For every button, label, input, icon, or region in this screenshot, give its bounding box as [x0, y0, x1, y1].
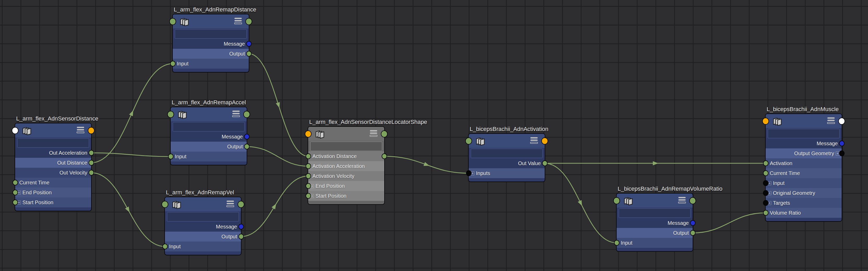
port-output-out[interactable] — [238, 234, 244, 239]
port-output-out[interactable] — [690, 230, 695, 236]
node-rename-field[interactable] — [768, 129, 840, 138]
node-display-menu-icon[interactable] — [678, 197, 686, 205]
port-node-state-left[interactable] — [161, 201, 168, 208]
layers-icon — [315, 129, 326, 139]
node-display-menu-icon[interactable] — [232, 111, 240, 118]
plug-label: Message — [224, 41, 245, 47]
port-activation-acceleration-in[interactable] — [306, 163, 311, 169]
port-activation-distance-in[interactable] — [306, 153, 311, 159]
port-activation-in[interactable] — [763, 160, 769, 166]
port-input-in[interactable] — [763, 180, 769, 186]
port-output-out[interactable] — [246, 51, 252, 57]
port-output-out[interactable] — [244, 144, 250, 150]
port-out-acceleration-out[interactable] — [89, 150, 94, 156]
plug-label: Activation Velocity — [312, 173, 354, 179]
port-node-state-right[interactable] — [88, 127, 95, 134]
node-display-menu-icon[interactable] — [827, 117, 835, 125]
plug-label: Out Distance — [57, 160, 87, 166]
port-message-out[interactable] — [690, 220, 695, 226]
port-out-distance-out[interactable] — [89, 160, 94, 166]
port-node-state-right[interactable] — [541, 137, 548, 144]
plug-label: Start Position — [22, 199, 53, 206]
plug-row-activation-velocity: Activation Velocity — [308, 171, 384, 181]
menu-bar — [232, 113, 240, 114]
port-node-state-right[interactable] — [689, 197, 696, 204]
node-display-menu-icon[interactable] — [235, 18, 242, 25]
plug-label: Message — [216, 224, 237, 230]
menu-bar — [76, 132, 84, 133]
plug-row-message: Message — [173, 39, 249, 49]
plug-row-input: +Input — [766, 178, 842, 188]
node-rename-field[interactable] — [619, 209, 691, 218]
port-message-out[interactable] — [238, 224, 244, 229]
port-node-state-right[interactable] — [838, 118, 845, 125]
node-header — [308, 127, 384, 141]
port-node-state-left[interactable] — [12, 127, 19, 134]
port-node-state-left[interactable] — [613, 197, 620, 204]
plug-row-input: Input — [173, 59, 249, 69]
port-current-time-in[interactable] — [12, 180, 18, 186]
port-targets-in[interactable] — [763, 200, 769, 206]
port-start-position-in[interactable] — [12, 199, 18, 205]
port-volume-ratio-in[interactable] — [763, 210, 769, 216]
port-message-out[interactable] — [246, 41, 252, 47]
node-rename-field[interactable] — [471, 149, 542, 158]
port-input-in[interactable] — [170, 61, 176, 66]
node-display-menu-icon[interactable] — [77, 127, 84, 134]
port-out-velocity-out[interactable] — [89, 170, 94, 175]
menu-bar — [678, 199, 686, 200]
port-node-state-left[interactable] — [465, 137, 472, 144]
port-node-state-right[interactable] — [243, 111, 250, 118]
plug-row-activation-acceleration: Activation Acceleration — [308, 161, 384, 171]
plug-row-output: Output — [165, 232, 241, 242]
plug-label: Inputs — [476, 170, 490, 176]
port-message-out[interactable] — [244, 134, 250, 139]
port-activation-distance-out[interactable] — [382, 153, 387, 159]
node-header — [617, 193, 693, 208]
node-title: L_bicepsBrachii_AdnRemapVolumeRatio — [618, 185, 722, 192]
port-output-geometry-out[interactable] — [839, 151, 844, 156]
node-display-menu-icon[interactable] — [370, 130, 377, 138]
port-input-in[interactable] — [168, 154, 174, 159]
node-editor-canvas[interactable]: L_arm_flex_AdnSensorDistanceOut Accelera… — [0, 0, 868, 271]
port-node-state-left[interactable] — [169, 18, 176, 25]
node-rename-field[interactable] — [17, 138, 89, 147]
node-rename-field[interactable] — [175, 29, 247, 38]
port-node-state-left[interactable] — [762, 118, 769, 125]
node-rename-field[interactable] — [310, 142, 382, 151]
port-node-state-left[interactable] — [305, 130, 312, 137]
port-original-geometry-in[interactable] — [763, 190, 769, 196]
port-node-state-right[interactable] — [245, 18, 252, 25]
node-locatorShape[interactable]: Activation DistanceActivation Accelerati… — [308, 127, 384, 204]
port-message-out[interactable] — [839, 141, 844, 146]
port-start-position-in[interactable] — [306, 193, 311, 199]
port-activation-velocity-in[interactable] — [306, 173, 311, 179]
plug-label: Input — [175, 154, 186, 160]
node-rename-field[interactable] — [173, 122, 245, 132]
node-remapVel[interactable]: MessageOutputInput — [165, 197, 241, 255]
port-input-in[interactable] — [614, 240, 619, 246]
port-out-value-out[interactable] — [542, 160, 548, 166]
node-display-menu-icon[interactable] — [227, 200, 234, 208]
node-muscle[interactable]: MessageOutput Geometry+ActivationCurrent… — [766, 114, 842, 221]
port-inputs-in[interactable] — [466, 170, 471, 176]
menu-bar — [77, 127, 84, 128]
node-remapDistance[interactable]: MessageOutputInput — [173, 15, 249, 72]
node-volumeRatio[interactable]: MessageOutputInput — [617, 193, 693, 251]
node-sensorDistance[interactable]: Out AccelerationOut DistanceOut Velocity… — [15, 124, 91, 211]
port-node-state-right[interactable] — [238, 201, 244, 208]
plug-label: Output Geometry — [794, 151, 834, 157]
menu-bar — [77, 129, 84, 130]
node-remapAccel[interactable]: MessageOutputInput — [170, 107, 247, 165]
port-node-state-right[interactable] — [381, 130, 388, 137]
node-header — [15, 124, 91, 137]
node-display-menu-icon[interactable] — [530, 137, 538, 145]
node-activation[interactable]: Out Value+Inputs — [469, 134, 545, 182]
node-rename-field[interactable] — [167, 212, 239, 221]
port-end-position-in[interactable] — [306, 183, 311, 189]
plug-row-input: Input — [165, 242, 241, 251]
port-input-in[interactable] — [162, 244, 168, 249]
port-end-position-in[interactable] — [12, 190, 18, 195]
port-node-state-left[interactable] — [167, 111, 174, 118]
port-current-time-in[interactable] — [763, 170, 769, 176]
